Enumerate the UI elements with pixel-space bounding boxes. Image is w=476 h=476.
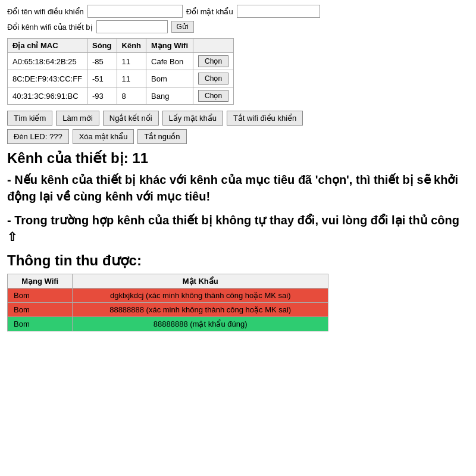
- row2-btn-2[interactable]: Tắt nguồn: [137, 129, 186, 144]
- collected-row: Bom 88888888 (mật khẩu đúng): [8, 317, 328, 331]
- cell-network: Bom: [146, 70, 193, 87]
- action-btn-2[interactable]: Ngắt kết nối: [103, 111, 159, 126]
- cell-signal: -85: [87, 53, 117, 70]
- cell-channel: 11: [117, 53, 146, 70]
- collected-password: 88888888 (mật khẩu đúng): [73, 317, 328, 331]
- input-wifi-name[interactable]: [87, 5, 183, 18]
- collected-password: 88888888 (xác minh không thành công hoặc…: [73, 303, 328, 317]
- cell-signal: -93: [87, 87, 117, 105]
- col-network: Mạng Wifi: [146, 39, 193, 53]
- cell-action: Chọn: [193, 70, 234, 87]
- info-block1: - Nếu kênh của thiết bị khác với kênh củ…: [7, 171, 469, 205]
- collected-network: Bom: [8, 303, 73, 317]
- collected-row: Bom 88888888 (xác minh không thành công …: [8, 303, 328, 317]
- col-password-header: Mật Khẩu: [73, 274, 328, 289]
- col-network-header: Mạng Wifi: [8, 274, 73, 289]
- channel-info: Kênh của thiết bị: 11: [7, 150, 469, 167]
- cell-action: Chọn: [193, 53, 234, 70]
- col-action: [193, 39, 234, 53]
- cell-mac: 8C:DE:F9:43:CC:FF: [8, 70, 87, 87]
- collected-network: Bom: [8, 317, 73, 331]
- action-buttons-row2: Đèn LED: ???Xóa mật khẩuTắt nguồn: [7, 129, 469, 144]
- form-row-channel: Đổi kênh wifi của thiết bị Gửi: [7, 20, 469, 33]
- cell-signal: -51: [87, 70, 117, 87]
- table-row: 40:31:3C:96:91:BC -93 8 Bang Chọn: [8, 87, 234, 105]
- label-wifi-name: Đổi tên wifi điều khiển: [7, 7, 84, 16]
- wifi-table: Địa chỉ MAC Sóng Kênh Mạng Wifi A0:65:18…: [7, 38, 234, 105]
- table-row: 8C:DE:F9:43:CC:FF -51 11 Bom Chọn: [8, 70, 234, 87]
- input-channel[interactable]: [96, 20, 168, 33]
- btn-chon-2[interactable]: Chọn: [198, 90, 228, 102]
- cell-mac: A0:65:18:64:2B:25: [8, 53, 87, 70]
- collected-table: Mạng Wifi Mật Khẩu Bom dgklxjkdcj (xác m…: [7, 274, 328, 331]
- table-header-row: Địa chỉ MAC Sóng Kênh Mạng Wifi: [8, 39, 234, 53]
- info-block2: - Trong trường hợp kênh của thiết bị khô…: [7, 212, 469, 245]
- cell-channel: 11: [117, 70, 146, 87]
- label-channel: Đổi kênh wifi của thiết bị: [7, 23, 93, 32]
- action-btn-1[interactable]: Làm mới: [56, 111, 99, 126]
- btn-send[interactable]: Gửi: [171, 21, 194, 33]
- collected-row: Bom dgklxjkdcj (xác minh không thành côn…: [8, 289, 328, 303]
- cell-channel: 8: [117, 87, 146, 105]
- label-wifi-password: Đổi mật khẩu: [186, 7, 233, 16]
- collected-header-row: Mạng Wifi Mật Khẩu: [8, 274, 328, 289]
- cell-network: Cafe Bon: [146, 53, 193, 70]
- action-buttons-row1: Tìm kiếmLàm mớiNgắt kết nốiLấy mật khẩuT…: [7, 111, 469, 126]
- btn-chon-1[interactable]: Chọn: [198, 73, 228, 84]
- action-btn-0[interactable]: Tìm kiếm: [7, 111, 52, 126]
- cell-mac: 40:31:3C:96:91:BC: [8, 87, 87, 105]
- btn-chon-0[interactable]: Chọn: [198, 55, 228, 67]
- col-channel: Kênh: [117, 39, 146, 53]
- col-signal: Sóng: [87, 39, 117, 53]
- row2-btn-1[interactable]: Xóa mật khẩu: [73, 129, 134, 144]
- form-row-name-password: Đổi tên wifi điều khiển Đổi mật khẩu: [7, 5, 469, 18]
- action-btn-4[interactable]: Tắt wifi điều khiển: [227, 111, 303, 126]
- input-wifi-password[interactable]: [237, 5, 320, 18]
- row2-btn-0[interactable]: Đèn LED: ???: [7, 129, 69, 144]
- collected-network: Bom: [8, 289, 73, 303]
- cell-network: Bang: [146, 87, 193, 105]
- action-btn-3[interactable]: Lấy mật khẩu: [162, 111, 223, 126]
- col-mac: Địa chỉ MAC: [8, 39, 87, 53]
- table-row: A0:65:18:64:2B:25 -85 11 Cafe Bon Chọn: [8, 53, 234, 70]
- cell-action: Chọn: [193, 87, 234, 105]
- top-form: Đổi tên wifi điều khiển Đổi mật khẩu Đổi…: [7, 5, 469, 33]
- section-title: Thông tin thu được:: [7, 252, 469, 269]
- collected-password: dgklxjkdcj (xác minh không thành công ho…: [73, 289, 328, 303]
